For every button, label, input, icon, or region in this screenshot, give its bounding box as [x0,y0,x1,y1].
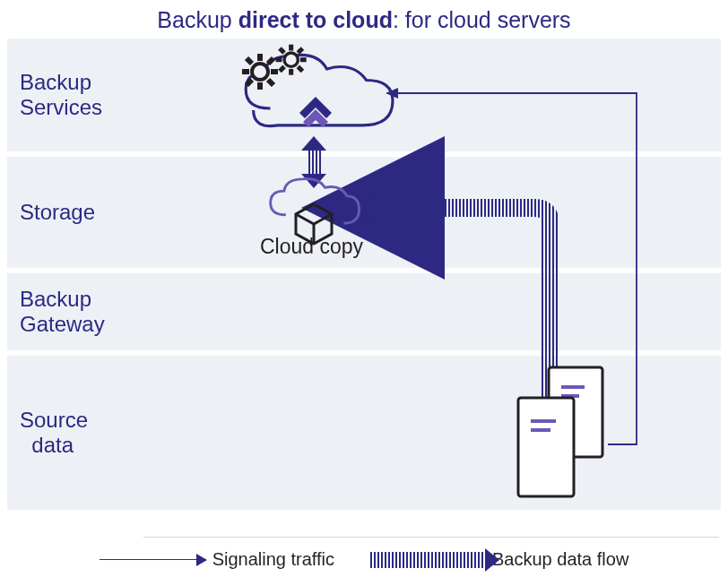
footer-divider [143,537,719,538]
thick-arrow-icon [370,552,487,568]
row-label-gateway: Backup Gateway [7,287,105,336]
diagram-title: Backup direct to cloud: for cloud server… [0,0,728,39]
row-storage: Storage [7,157,721,268]
diagram-rows: Backup Services Storage Backup Gateway S… [0,39,728,510]
row-label-storage: Storage [7,200,95,225]
title-bold: direct to cloud [238,7,393,32]
title-suffix: : for cloud servers [393,7,571,32]
row-backup-gateway: Backup Gateway [7,273,721,350]
legend-dataflow-label: Backup data flow [492,549,628,570]
row-label-services: Backup Services [7,70,102,119]
row-label-source: Source data [7,408,88,457]
title-prefix: Backup [157,7,238,32]
thin-arrow-icon [100,554,207,566]
row-backup-services: Backup Services [7,39,721,151]
legend-signaling: Signaling traffic [100,549,334,570]
legend-dataflow: Backup data flow [370,549,628,570]
cloud-copy-label: Cloud copy [260,235,363,259]
legend-signaling-label: Signaling traffic [212,549,334,570]
legend: Signaling traffic Backup data flow [0,549,728,570]
row-source-data: Source data [7,356,721,510]
